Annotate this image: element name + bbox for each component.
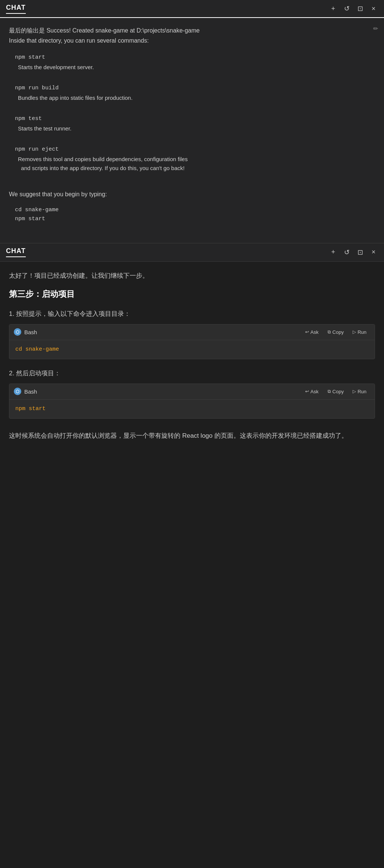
chat-header-actions-1: + ↺ ⊡ × — [329, 4, 378, 13]
cmd-3: npm test — [15, 114, 375, 123]
cmd-2: npm run build — [15, 84, 375, 93]
bash-code-1: cd snake-game — [9, 340, 375, 359]
final-cmd-1: cd snake-game — [15, 206, 375, 215]
bash-icon-1: ⬡ — [14, 328, 21, 336]
intro-text: 最后的输出是 Success! Created snake-game at D:… — [9, 25, 375, 46]
bash-header-1: ⬡ Bash ↩ Ask ⧉ Copy ▷ Run — [9, 324, 375, 341]
bash-label-2: Bash — [24, 387, 37, 397]
chat-title-2: CHAT — [6, 247, 26, 257]
bash-label-1: Bash — [24, 327, 37, 337]
history-icon-2[interactable]: ↺ — [342, 248, 351, 257]
copy-icon-1: ⧉ — [328, 329, 331, 335]
panel2-intro: 太好了！项目已经成功创建。让我们继续下一步。 — [9, 271, 375, 281]
bash-title-area-2: ⬡ Bash — [14, 387, 37, 397]
cmd-4: npm run eject — [15, 145, 375, 154]
copy-button-2[interactable]: ⧉ Copy — [324, 387, 347, 396]
bash-actions-1: ↩ Ask ⧉ Copy ▷ Run — [301, 328, 370, 336]
expand-icon-2[interactable]: ⊡ — [356, 248, 365, 257]
run-icon-2: ▷ — [353, 389, 356, 394]
code-text-1: cd snake-game — [15, 346, 59, 353]
ask-button-1[interactable]: ↩ Ask — [301, 328, 322, 336]
ask-icon-2: ↩ — [305, 389, 309, 394]
desc-4: Removes this tool and copies build depen… — [18, 155, 375, 173]
outro-text: 这时候系统会自动打开你的默认浏览器，显示一个带有旋转的 React logo 的… — [0, 428, 384, 450]
add-icon-1[interactable]: + — [329, 4, 338, 13]
copy-button-1[interactable]: ⧉ Copy — [324, 328, 347, 336]
bash-icon-2: ⬡ — [14, 388, 21, 395]
suggestion-text: We suggest that you begin by typing: — [9, 189, 375, 199]
bash-code-2: npm start — [9, 400, 375, 418]
desc-1: Starts the development server. — [18, 63, 375, 72]
chat-content-1: ✏ 最后的输出是 Success! Created snake-game at … — [0, 18, 384, 243]
step1-text: 1. 按照提示，输入以下命令进入项目目录： — [9, 309, 375, 320]
run-icon-1: ▷ — [353, 329, 356, 335]
copy-icon-2: ⧉ — [328, 389, 331, 394]
ask-button-2[interactable]: ↩ Ask — [301, 387, 322, 396]
chat-panel-2: CHAT + ↺ ⊡ × 太好了！项目已经成功创建。让我们继续下一步。 第三步：… — [0, 243, 384, 450]
desc-3: Starts the test runner. — [18, 124, 375, 133]
chat-title-1: CHAT — [6, 4, 26, 14]
expand-icon-1[interactable]: ⊡ — [356, 4, 365, 13]
close-icon-2[interactable]: × — [369, 248, 378, 257]
chat-content-2: 太好了！项目已经成功创建。让我们继续下一步。 第三步：启动项目 1. 按照提示，… — [0, 262, 384, 419]
bash-title-area-1: ⬡ Bash — [14, 327, 37, 337]
ask-icon-1: ↩ — [305, 329, 309, 335]
run-button-1[interactable]: ▷ Run — [349, 328, 370, 336]
chat-panel-1: CHAT + ↺ ⊡ × ✏ 最后的输出是 Success! Created s… — [0, 0, 384, 243]
code-text-2: npm start — [15, 406, 46, 412]
bash-block-2: ⬡ Bash ↩ Ask ⧉ Copy ▷ Run — [9, 384, 375, 419]
desc-2: Bundles the app into static files for pr… — [18, 93, 375, 102]
add-icon-2[interactable]: + — [329, 248, 338, 257]
step-title: 第三步：启动项目 — [9, 287, 375, 301]
cmd-1: npm start — [15, 53, 375, 62]
chat-header-2: CHAT + ↺ ⊡ × — [0, 243, 384, 261]
history-icon-1[interactable]: ↺ — [342, 4, 351, 13]
bash-block-1: ⬡ Bash ↩ Ask ⧉ Copy ▷ Run — [9, 324, 375, 359]
bash-actions-2: ↩ Ask ⧉ Copy ▷ Run — [301, 387, 370, 396]
chat-header-actions-2: + ↺ ⊡ × — [329, 248, 378, 257]
step2-text: 2. 然后启动项目： — [9, 368, 375, 379]
final-cmd-2: npm start — [15, 215, 375, 224]
close-icon-1[interactable]: × — [369, 4, 378, 13]
chat-header-1: CHAT + ↺ ⊡ × — [0, 0, 384, 18]
edit-icon[interactable]: ✏ — [373, 24, 378, 34]
bash-header-2: ⬡ Bash ↩ Ask ⧉ Copy ▷ Run — [9, 384, 375, 400]
run-button-2[interactable]: ▷ Run — [349, 387, 370, 396]
